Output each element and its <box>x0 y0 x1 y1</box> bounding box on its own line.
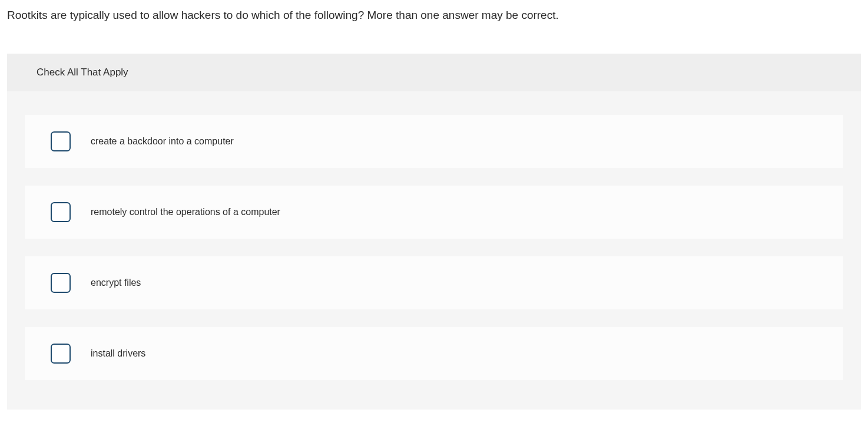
checkbox-0[interactable] <box>51 131 71 151</box>
checkbox-1[interactable] <box>51 202 71 222</box>
question-text: Rootkits are typically used to allow hac… <box>7 7 861 24</box>
option-label-0: create a backdoor into a computer <box>91 136 234 147</box>
option-label-1: remotely control the operations of a com… <box>91 207 280 217</box>
option-label-2: encrypt files <box>91 278 141 288</box>
option-row-0[interactable]: create a backdoor into a computer <box>25 115 843 168</box>
option-row-2[interactable]: encrypt files <box>25 256 843 309</box>
options-area: create a backdoor into a computer remote… <box>7 91 861 410</box>
option-row-1[interactable]: remotely control the operations of a com… <box>25 186 843 239</box>
checkbox-3[interactable] <box>51 344 71 364</box>
option-row-3[interactable]: install drivers <box>25 327 843 380</box>
checkbox-2[interactable] <box>51 273 71 293</box>
option-label-3: install drivers <box>91 348 145 359</box>
answer-container: Check All That Apply create a backdoor i… <box>7 54 861 410</box>
instruction-header: Check All That Apply <box>7 54 861 91</box>
